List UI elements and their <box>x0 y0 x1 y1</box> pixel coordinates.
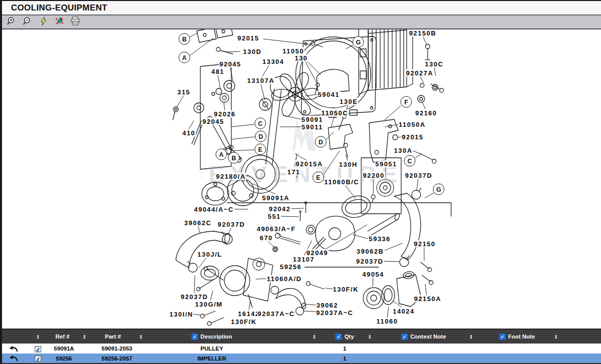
callout-circle: B <box>228 152 240 164</box>
part-label[interactable]: 130E <box>339 98 358 105</box>
undo-button[interactable] <box>8 354 19 363</box>
part-label[interactable]: 59091A <box>262 194 290 202</box>
sort-icon[interactable]: ▲▼ <box>313 330 316 344</box>
part-label[interactable]: 49054 <box>362 271 385 278</box>
column-label: Qty <box>344 334 354 340</box>
part-label[interactable]: 92160 <box>415 109 438 117</box>
part-label[interactable]: 92150B <box>409 29 437 37</box>
part-label[interactable]: 92037D <box>217 221 246 228</box>
cell-ref: 59091A <box>54 344 74 354</box>
sort-icon[interactable]: ▲▼ <box>470 330 473 344</box>
part-label[interactable]: 13304 <box>262 58 285 65</box>
part-label[interactable]: 130H <box>338 161 358 168</box>
title-bar: COOLING-EQUIPMENT <box>2 1 601 15</box>
part-label[interactable]: 13107 <box>292 256 315 263</box>
part-label[interactable]: 92027A <box>406 69 434 77</box>
part-label[interactable]: 130G/M <box>194 301 223 308</box>
undo-button[interactable] <box>8 344 19 354</box>
part-label[interactable]: 130D <box>242 48 262 55</box>
sort-icon[interactable]: ▲▼ <box>36 330 39 344</box>
part-label[interactable]: 11060B/C <box>324 178 360 186</box>
part-label[interactable]: 11050 <box>282 47 305 55</box>
part-label[interactable]: 92037D <box>356 258 384 265</box>
part-label[interactable]: 92026 <box>213 110 236 118</box>
part-label[interactable]: 130 <box>294 54 308 62</box>
part-label[interactable]: 130F/K <box>230 318 257 326</box>
print-button[interactable] <box>69 17 81 27</box>
column-checkbox[interactable]: ✓ <box>401 334 408 340</box>
column-label: Description <box>200 334 232 340</box>
column-checkbox[interactable]: ✓ <box>499 334 506 340</box>
column-header: ✓Qty <box>335 330 354 344</box>
part-label[interactable]: 92015 <box>237 34 260 42</box>
hotspots-button[interactable] <box>53 17 65 27</box>
part-label[interactable]: 39062C <box>184 219 212 227</box>
part-label[interactable]: 39062B <box>356 248 385 255</box>
part-label[interactable]: 92037D <box>180 293 209 301</box>
part-label[interactable]: 11050A <box>398 121 426 128</box>
table-row[interactable]: 59091A59091-2053PULLEY1 <box>0 344 601 354</box>
part-label[interactable]: 59091 <box>301 116 324 123</box>
part-label[interactable]: 92037D <box>405 172 433 179</box>
part-label[interactable]: 171 <box>287 168 301 176</box>
part-label[interactable]: 481 <box>211 68 225 75</box>
part-label[interactable]: 130F/K <box>332 286 359 293</box>
lightning-button[interactable] <box>37 17 49 27</box>
part-label[interactable]: 130J/L <box>197 251 222 258</box>
window-left-border <box>0 1 2 364</box>
hotspots-icon <box>54 16 64 27</box>
part-label[interactable]: 11060A/D <box>266 275 302 283</box>
part-label[interactable]: 670 <box>259 234 273 242</box>
callout-circle: C <box>404 155 416 167</box>
part-label[interactable]: 39062 <box>316 302 339 309</box>
sort-icon[interactable]: ▲▼ <box>139 330 142 344</box>
part-label[interactable]: 14024 <box>392 308 415 315</box>
part-label[interactable]: 13107A <box>247 77 275 84</box>
part-label[interactable]: 92015 <box>401 133 424 141</box>
edit-button[interactable] <box>34 344 42 354</box>
part-label[interactable]: 551 <box>267 213 281 220</box>
column-header: ✓Context Note <box>401 330 446 344</box>
part-label[interactable]: 59256 <box>279 263 302 271</box>
part-label[interactable]: 130I/N <box>169 311 193 318</box>
part-label[interactable]: 92015A <box>295 160 324 168</box>
cell-qty: 1 <box>343 344 346 354</box>
column-label: Part # <box>105 334 121 340</box>
sort-icon[interactable]: ▲▼ <box>368 330 371 344</box>
part-label[interactable]: 92180/A <box>215 173 246 180</box>
part-label[interactable]: 92037A~C <box>257 310 296 318</box>
zoom-out-icon <box>22 16 32 28</box>
part-label[interactable]: 92037A~C <box>316 309 354 317</box>
part-label[interactable]: 59336 <box>368 235 391 243</box>
column-checkbox[interactable]: ✓ <box>335 334 342 340</box>
callout-circle: E <box>255 144 266 155</box>
table-header: ▲▼▲▼▲▼▲▼▲▼▲▼▲▼Ref #Part #✓Description✓Qt… <box>0 330 601 344</box>
part-label[interactable]: 92042 <box>268 205 291 213</box>
sort-icon[interactable]: ▲▼ <box>83 330 86 344</box>
part-label[interactable]: 130A <box>393 147 413 154</box>
table-body: 59091A59091-2053PULLEY15925659256-2057IM… <box>0 344 601 363</box>
table-row[interactable]: 5925659256-2057IMPELLER1 <box>0 354 601 363</box>
column-checkbox[interactable]: ✓ <box>191 334 198 340</box>
zoom-in-button[interactable] <box>5 17 17 27</box>
column-label: Ref # <box>55 334 69 340</box>
part-label[interactable]: 59011 <box>301 123 324 131</box>
part-label[interactable]: 11060 <box>376 318 399 325</box>
part-label[interactable]: 92150 <box>413 240 436 248</box>
part-label[interactable]: 130C <box>424 60 444 68</box>
part-label[interactable]: 11050C <box>321 109 349 117</box>
part-label[interactable]: 315 <box>177 88 191 96</box>
part-label[interactable]: 49063/A~F <box>256 225 296 233</box>
sort-icon[interactable]: ▲▼ <box>555 330 558 344</box>
part-label[interactable]: 92045 <box>219 60 242 68</box>
part-label[interactable]: 410 <box>182 129 196 137</box>
part-label[interactable]: 92045 <box>202 118 225 125</box>
part-label[interactable]: 92150A <box>414 295 442 303</box>
edit-button[interactable] <box>34 354 42 363</box>
part-label[interactable]: 59051 <box>375 160 398 168</box>
part-label[interactable]: 59041 <box>317 91 340 98</box>
zoom-out-button[interactable] <box>21 17 33 27</box>
cell-part: 59256-2057 <box>101 354 132 363</box>
part-label[interactable]: 92200 <box>362 172 385 179</box>
part-label[interactable]: 49044/A~C <box>193 206 234 213</box>
